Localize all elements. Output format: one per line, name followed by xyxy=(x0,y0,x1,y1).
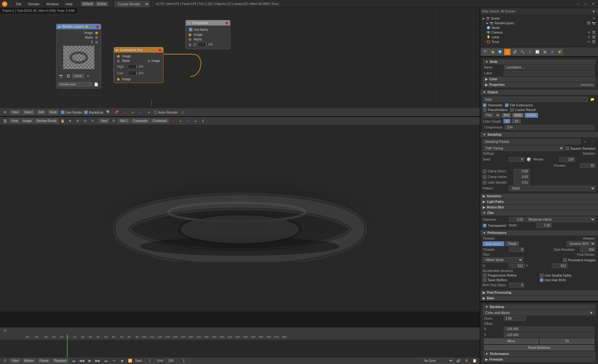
layout-selector[interactable]: Default xyxy=(81,2,95,6)
film-section-header[interactable]: ▼ Film xyxy=(480,210,598,216)
modifier-props-icon[interactable]: 🔧 xyxy=(519,49,526,55)
node-menu-node[interactable]: Node xyxy=(48,110,59,114)
overwrite-check[interactable]: Overwrite xyxy=(483,103,502,107)
window-menu[interactable]: Window xyxy=(45,2,60,7)
frame-skip-icon[interactable]: ↩ xyxy=(111,358,117,364)
b-channel[interactable]: ● xyxy=(185,118,191,124)
filter-select[interactable]: Blackman-Harris Gaussian Box xyxy=(526,217,596,222)
transparent-checkbox[interactable] xyxy=(483,224,486,227)
clamp-direct-checkbox[interactable] xyxy=(483,170,486,173)
comp-z-value[interactable] xyxy=(198,42,215,47)
settings-icon[interactable]: ⚙ xyxy=(463,358,470,364)
props-icon[interactable]: ⚙ xyxy=(111,118,117,124)
post-processing-section-header[interactable]: ▶ Post Processing xyxy=(480,290,598,295)
bw-btn[interactable]: BW xyxy=(502,113,511,118)
clamp-indirect-input[interactable] xyxy=(514,175,529,179)
copy-icon[interactable]: 📋 xyxy=(472,358,478,364)
select-menu-node[interactable]: Select xyxy=(22,110,35,114)
seed-input[interactable] xyxy=(509,157,524,162)
rl-render-icon[interactable]: 🎬 xyxy=(587,21,591,25)
bake-section-header[interactable]: ▶ Bake xyxy=(480,295,598,301)
bookmark-icon[interactable]: ★ xyxy=(67,118,73,124)
comp-z-in[interactable] xyxy=(189,44,191,46)
close-render-icon[interactable]: ✕ xyxy=(89,118,96,124)
expand-icon[interactable]: ⊕ xyxy=(74,118,81,124)
all-scenes-label[interactable]: All Scenes xyxy=(501,10,515,13)
light-paths-section-header[interactable]: ▶ Light Paths xyxy=(480,199,598,204)
composite-btn[interactable]: Composite xyxy=(131,119,150,123)
format-select[interactable]: PNG JPEG EXR xyxy=(483,113,501,118)
use-alpha-check[interactable]: Use Alpha xyxy=(187,27,228,32)
use-nodes-checkbox[interactable] xyxy=(61,110,64,114)
zoom-input[interactable] xyxy=(504,316,526,321)
torus-item[interactable]: ⭕ Torus 👁 🎬 xyxy=(484,40,598,44)
color-section[interactable]: ▶ Color xyxy=(483,76,596,82)
low-value[interactable] xyxy=(128,71,145,76)
render-samples-input[interactable] xyxy=(559,157,575,162)
threads-val-input[interactable] xyxy=(509,247,524,252)
depth-8-btn[interactable]: 8 xyxy=(503,119,511,124)
start-res-input[interactable] xyxy=(580,247,596,252)
perf-node-header[interactable]: ▼ Performance xyxy=(483,351,596,357)
pin-icon[interactable]: 📌 xyxy=(113,109,120,115)
add-menu-node[interactable]: Add xyxy=(36,110,46,114)
persistent-images-checkbox[interactable] xyxy=(563,258,567,262)
fixed-btn[interactable]: Fixed xyxy=(505,241,519,246)
auto-render-check[interactable]: Auto Render xyxy=(154,110,178,114)
comp-image-in[interactable] xyxy=(189,34,191,36)
world-props-icon[interactable]: 🌍 xyxy=(496,49,503,55)
spatial-splits-check[interactable]: Use Spatial Splits xyxy=(540,273,596,277)
exposure-input[interactable] xyxy=(509,217,524,222)
info-render-icon[interactable]: ℹ xyxy=(200,118,206,124)
lamp-vis[interactable]: 👁 xyxy=(587,35,591,39)
scene-btn[interactable]: Scene xyxy=(72,74,84,78)
play-fwd-icon[interactable]: ▶▶ xyxy=(95,358,101,364)
torus-render[interactable]: 🎬 xyxy=(592,40,596,44)
reset-backdrop-btn[interactable]: Reset Backdrop xyxy=(484,345,594,350)
presets-del-icon[interactable]: − xyxy=(589,138,596,145)
layer-btn[interactable]: RenderLayer xyxy=(58,82,92,86)
close-scene-btn[interactable]: ✕ xyxy=(85,73,91,79)
render-layers-item[interactable]: ▶ 📷 RenderLayers 🎬 📷 xyxy=(484,21,598,26)
square-samples-checkbox[interactable] xyxy=(565,147,569,150)
browse-path-btn[interactable]: 📁 xyxy=(589,96,596,102)
perf-section-header[interactable]: ▼ Performance xyxy=(480,230,598,236)
circle-green[interactable]: ● xyxy=(130,109,136,115)
file-menu[interactable]: File xyxy=(14,2,23,7)
path-tracing-select[interactable]: Path Tracing Branched Path Tracing xyxy=(483,146,564,151)
view-btn-render[interactable]: View xyxy=(9,119,20,123)
clamp-indirect-checkbox[interactable] xyxy=(483,175,486,179)
output-path-input[interactable] xyxy=(483,97,588,102)
shrink-icon[interactable]: ⊖ xyxy=(82,118,88,124)
frame-menu[interactable]: Frame xyxy=(38,358,50,363)
render-layers-node[interactable]: ▶ Render Layers Image Alpha xyxy=(56,24,101,89)
scene-vis-icon[interactable]: 👁 xyxy=(592,17,596,20)
scene-props-icon[interactable]: 🎭 xyxy=(489,49,496,55)
render-engine-dropdown[interactable]: Cycles Render Blender Render xyxy=(115,1,150,7)
node-section-header[interactable]: ▼ Node xyxy=(483,59,596,64)
world-item[interactable]: 🌍 World xyxy=(484,26,598,30)
end-frame-input[interactable] xyxy=(166,358,177,363)
hair-bvh-check[interactable]: Use Hair BVH xyxy=(540,278,596,282)
circle-red[interactable]: ● xyxy=(121,109,128,115)
preview-samples-input[interactable] xyxy=(580,163,596,168)
square-samples-check[interactable]: Square Samples xyxy=(565,147,596,150)
object-props-icon[interactable]: ⬡ xyxy=(504,49,511,55)
luminance-close-btn[interactable] xyxy=(159,49,161,51)
render-menu[interactable]: Render xyxy=(26,2,41,7)
lum-image-in[interactable] xyxy=(117,55,120,58)
composite-node[interactable]: ▼ Composite Use Alpha Image xyxy=(185,20,230,49)
start-frame-input[interactable] xyxy=(145,358,155,363)
freestyle-header[interactable]: ▶ Freestyle xyxy=(483,357,596,362)
go-end-icon[interactable]: ⏭ xyxy=(103,358,109,364)
minimize-button[interactable]: ─ xyxy=(575,1,581,7)
keyframe-icon[interactable]: ◆ xyxy=(119,358,125,364)
combined-btn[interactable]: Combined xyxy=(151,119,169,123)
texture-props-icon[interactable]: ▦ xyxy=(541,49,548,55)
circle-blue[interactable]: ● xyxy=(138,109,144,115)
cache-result-checkbox[interactable] xyxy=(510,108,514,112)
overwrite-checkbox[interactable] xyxy=(483,103,486,107)
play-icon[interactable]: ▶ xyxy=(87,358,93,364)
presets-add-icon[interactable]: + xyxy=(582,138,588,145)
fit-btn[interactable]: Fit xyxy=(540,338,594,344)
